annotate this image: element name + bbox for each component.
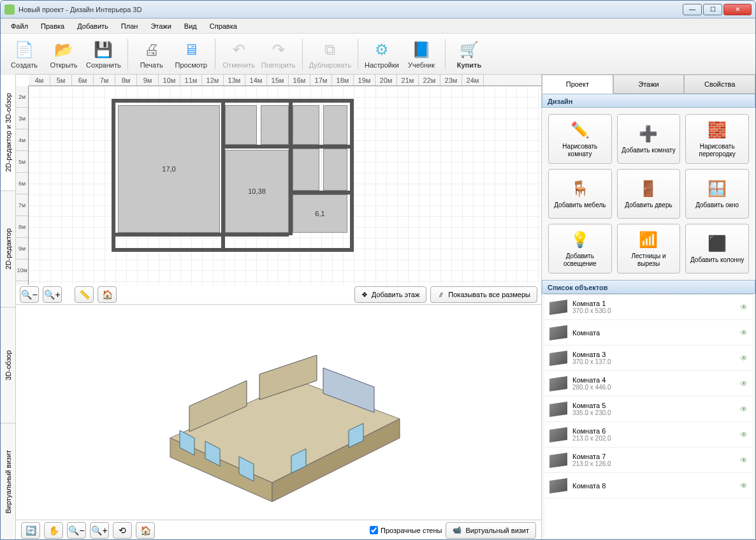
cube-icon (549, 325, 567, 340)
home-3d-button[interactable]: 🏠 (136, 522, 155, 539)
right-tab-Этажи[interactable]: Этажи (613, 75, 685, 94)
menu-Правка[interactable]: Правка (36, 20, 69, 32)
virtual-visit-button[interactable]: 📹Виртуальный визит (446, 522, 536, 539)
design-btn-7[interactable]: 📶Лестницы и вырезы (617, 224, 681, 274)
design-icon-8: ⬛ (707, 233, 727, 254)
pan-button[interactable]: ✋ (44, 522, 63, 539)
object-item-1[interactable]: Комната👁 (544, 320, 753, 346)
cube-icon (549, 427, 567, 442)
window-title: Новый проект - Дизайн Интерьера 3D (18, 6, 683, 13)
show-dimensions-button[interactable]: ⫽Показывать все размеры (430, 286, 537, 303)
maximize-button[interactable]: ☐ (703, 4, 722, 15)
duplicate-icon: ⧉ (320, 40, 340, 60)
zoom-out-button[interactable]: 🔍− (20, 286, 39, 303)
create-button[interactable]: 📄Создать (4, 36, 44, 72)
design-btn-4[interactable]: 🚪Добавить дверь (617, 169, 681, 219)
design-btn-8[interactable]: ⬛Добавить колонну (685, 224, 749, 274)
undo-button[interactable]: ↶Отменить (219, 36, 259, 72)
room-3[interactable]: 6,1 (293, 194, 347, 233)
side-tabs: 2D-редактор и 3D-обзор2D-редактор3D-обзо… (1, 75, 16, 540)
object-list: Комната 1370.0 x 530.0👁Комната👁Комната 3… (544, 294, 753, 537)
design-icon-4: 🚪 (638, 179, 658, 199)
sidetab-3[interactable]: Виртуальный визит (1, 424, 15, 541)
sidetab-1[interactable]: 2D-редактор (1, 191, 15, 308)
room-2[interactable]: 10,38 (225, 150, 289, 233)
visibility-icon[interactable]: 👁 (740, 379, 748, 388)
sidetab-0[interactable]: 2D-редактор и 3D-обзор (1, 75, 15, 191)
object-item-2[interactable]: Комната 3370.0 x 137.0👁 (544, 346, 753, 371)
room-small-2[interactable] (261, 105, 289, 145)
zoom-in-3d-button[interactable]: 🔍+ (90, 522, 109, 539)
menu-План[interactable]: План (116, 20, 143, 32)
object-item-5[interactable]: Комната 6213.0 x 202.0👁 (544, 422, 753, 448)
zoom-in-button[interactable]: 🔍+ (43, 286, 62, 303)
tutorial-button[interactable]: 📘Учебник (402, 36, 441, 72)
cube-icon (549, 300, 567, 315)
menu-Вид[interactable]: Вид (179, 20, 202, 32)
undo-icon: ↶ (229, 40, 249, 60)
visibility-icon[interactable]: 👁 (740, 481, 748, 490)
save-button[interactable]: 💾Сохранить (84, 36, 124, 72)
buy-button[interactable]: 🛒Купить (449, 36, 489, 72)
duplicate-button[interactable]: ⧉Дублировать (307, 36, 354, 72)
print-button[interactable]: 🖨Печать (132, 36, 171, 72)
design-btn-1[interactable]: ➕Добавить комнату (617, 114, 681, 164)
minimize-button[interactable]: — (683, 4, 702, 15)
design-btn-6[interactable]: 💡Добавить освещение (548, 224, 612, 274)
right-tab-Проект[interactable]: Проект (542, 75, 613, 94)
object-item-3[interactable]: Комната 4280.0 x 446.0👁 (544, 371, 753, 397)
reset-view-button[interactable]: ⟲ (113, 522, 132, 539)
room-small-3[interactable] (293, 105, 319, 145)
preview-button[interactable]: 🖥Просмотр (171, 36, 211, 72)
menu-Добавить[interactable]: Добавить (72, 20, 113, 32)
view3d-toolbar: 🔄 ✋ 🔍− 🔍+ ⟲ 🏠 Прозрачные стены 📹Виртуаль… (16, 520, 541, 540)
visibility-icon[interactable]: 👁 (740, 354, 748, 363)
object-item-4[interactable]: Комната 5335.0 x 230.0👁 (544, 397, 753, 422)
view3d-canvas[interactable] (16, 305, 541, 520)
cube-icon (549, 402, 567, 417)
titlebar: Новый проект - Дизайн Интерьера 3D — ☐ ✕ (1, 1, 755, 18)
design-btn-5[interactable]: 🪟Добавить окно (685, 169, 749, 219)
open-button[interactable]: 📂Открыть (44, 36, 84, 72)
floorplan[interactable]: 17,0 10,38 6,1 (112, 99, 354, 252)
visibility-icon[interactable]: 👁 (740, 328, 748, 337)
visibility-icon[interactable]: 👁 (740, 303, 748, 312)
zoom-out-3d-button[interactable]: 🔍− (67, 522, 86, 539)
visibility-icon[interactable]: 👁 (740, 456, 748, 465)
create-label: Создать (11, 61, 38, 69)
design-btn-0[interactable]: ✏️Нарисовать комнату (548, 114, 612, 164)
design-icon-3: 🪑 (570, 179, 590, 199)
visibility-icon[interactable]: 👁 (740, 405, 748, 414)
right-panel: ПроектЭтажиСвойства Дизайн ✏️Нарисовать … (541, 75, 755, 540)
design-btn-3[interactable]: 🪑Добавить мебель (548, 169, 612, 219)
sidetab-2[interactable]: 3D-обзор (1, 307, 15, 424)
add-floor-button[interactable]: ❖Добавить этаж (354, 286, 426, 303)
object-item-6[interactable]: Комната 7213.0 x 126.0👁 (544, 448, 753, 473)
room-small-6[interactable] (323, 149, 347, 191)
room-small-4[interactable] (323, 105, 347, 145)
redo-button[interactable]: ↷Повторить (259, 36, 298, 72)
orbit-button[interactable]: 🔄 (21, 522, 40, 539)
cube-icon (549, 453, 567, 468)
object-item-7[interactable]: Комната 8👁 (544, 473, 753, 499)
tutorial-icon: 📘 (411, 40, 432, 60)
menu-Справка[interactable]: Справка (205, 20, 242, 32)
dimensions-icon: ⫽ (437, 291, 444, 298)
transparent-walls-checkbox[interactable]: Прозрачные стены (370, 526, 442, 534)
menu-Этажи[interactable]: Этажи (145, 20, 176, 32)
ruler-button[interactable]: 📏 (75, 286, 94, 303)
design-btn-2[interactable]: 🧱Нарисовать перегородку (685, 114, 749, 164)
room-1[interactable]: 17,0 (118, 105, 220, 233)
design-icon-2: 🧱 (707, 120, 727, 140)
right-tab-Свойства[interactable]: Свойства (684, 75, 755, 94)
preview-icon: 🖥 (181, 40, 201, 60)
object-item-0[interactable]: Комната 1370.0 x 530.0👁 (544, 295, 753, 320)
room-small-1[interactable] (225, 105, 257, 145)
menu-Файл[interactable]: Файл (6, 20, 33, 32)
room-small-5[interactable] (293, 149, 319, 191)
visibility-icon[interactable]: 👁 (740, 430, 748, 439)
settings-button[interactable]: ⚙Настройки (362, 36, 402, 72)
close-button[interactable]: ✕ (723, 4, 752, 15)
home-button[interactable]: 🏠 (98, 286, 117, 303)
plan-canvas[interactable]: 17,0 10,38 6,1 (29, 86, 541, 285)
